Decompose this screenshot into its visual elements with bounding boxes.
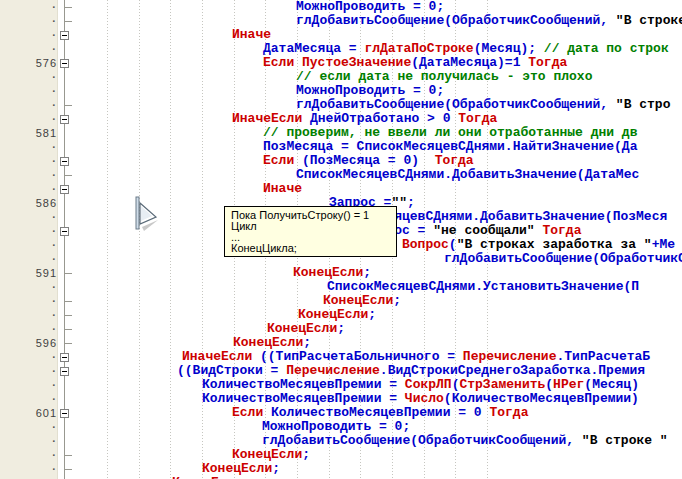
line-number: 596 [19, 336, 57, 350]
code-line[interactable]: глДобавитьСообщение(ОбработчикСообщений,… [0, 434, 682, 448]
fold-collapse-button[interactable] [60, 157, 69, 166]
keyword-token: ИначеЕсли [182, 350, 260, 364]
fold-collapse-button[interactable] [60, 367, 69, 376]
comment-token: // проверим, не ввели ли они отработанны… [263, 126, 637, 140]
code-line[interactable]: Если (ПозМесяца = 0) Тогда [0, 154, 682, 168]
identifier-token: глДобавитьСообщение(ОбработчикСообще [444, 252, 682, 266]
line-number-dot: · [19, 224, 57, 238]
line-number-dot: · [19, 70, 57, 84]
mouse-cursor [134, 196, 164, 238]
code-line[interactable]: МожноПроводить = 0; [0, 420, 682, 434]
fold-tick [64, 315, 72, 316]
line-number-dot: · [19, 28, 57, 42]
fold-tick [64, 175, 72, 176]
fold-tick [64, 273, 72, 274]
code-line[interactable]: КоличествоМесяцевПремии = СокрЛП(СтрЗаме… [0, 378, 682, 392]
keyword-token: глДатаПоСтроке [364, 42, 473, 56]
line-number: 591 [19, 266, 57, 280]
line-number-dot: · [19, 462, 57, 476]
code-line[interactable]: // проверим, не ввели ли они отработанны… [0, 126, 682, 140]
code-line[interactable]: МожноПроводить = 0; [0, 84, 682, 98]
line-number-dot: · [19, 168, 57, 182]
identifier-token: МожноПроводить = 0; [262, 420, 410, 434]
code-line[interactable]: КоличествоМесяцевПремии = Число(Количест… [0, 392, 682, 406]
keyword-token: Тогда [489, 406, 528, 420]
code-line[interactable]: Иначе [0, 28, 682, 42]
identifier-token: глДобавитьСообщение(ОбработчикСообщений, [262, 434, 582, 448]
identifier-token: МожноПроводить = 0; [296, 0, 444, 14]
code-line[interactable]: КонецЕсли; [0, 462, 682, 476]
identifier-token: ПозМесяца = СписокМесяцевСДнями.НайтиЗна… [263, 140, 637, 154]
string-token: "не сообщали" [433, 224, 534, 238]
line-number-dot: · [19, 112, 57, 126]
fold-tick [64, 469, 72, 470]
fold-collapse-button[interactable] [60, 31, 69, 40]
code-line[interactable]: ИначеЕсли ((ТипРасчетаБольничного = Пере… [0, 350, 682, 364]
identifier-token: глДобавитьСообщение(ОбработчикСообщений, [296, 98, 616, 112]
code-line[interactable]: СписокМесяцевСДнями.ДобавитьЗначение(Дат… [0, 168, 682, 182]
tooltip-line-3: КонецЦикла; [231, 243, 390, 254]
keyword-token: Перечисление [463, 350, 557, 364]
keyword-token: НРег [553, 378, 584, 392]
line-number: 581 [19, 126, 57, 140]
identifier-token: ; [393, 294, 401, 308]
keyword-token: Тогда [542, 224, 581, 238]
keyword-token: Если [232, 406, 271, 420]
fold-collapse-button[interactable] [60, 353, 69, 362]
code-line[interactable]: КонецЕсли; [0, 336, 682, 350]
keyword-token: КонецЕсли [233, 336, 303, 350]
code-line[interactable]: ПозМесяца = СписокМесяцевСДнями.НайтиЗна… [0, 140, 682, 154]
comment-token: // дата по строк [544, 42, 669, 56]
code-line[interactable]: Если ПустоеЗначение(ДатаМесяца)=1 Тогда [0, 56, 682, 70]
fold-collapse-button[interactable] [60, 59, 69, 68]
code-tooltip: Пока ПолучитьСтроку() = 1 Цикл ... Конец… [224, 206, 397, 257]
code-line[interactable]: глДобавитьСообщение(ОбработчикСообщений,… [0, 14, 682, 28]
fold-tick [64, 7, 72, 8]
keyword-token: КонецЕсли [293, 266, 363, 280]
code-line[interactable]: СписокМесяцевСДнями.УстановитьЗначение(П [0, 280, 682, 294]
identifier-token: ; [303, 336, 311, 350]
line-number-dot: · [19, 210, 57, 224]
fold-tick [64, 301, 72, 302]
line-number-dot: · [19, 378, 57, 392]
code-line[interactable]: ИначеЕсли ДнейОтработано > 0 Тогда [0, 112, 682, 126]
fold-collapse-button[interactable] [60, 115, 69, 124]
code-line[interactable]: ДатаМесяца = глДатаПоСтроке(Месяц); // д… [0, 42, 682, 56]
code-line[interactable]: КонецЕсли; [0, 308, 682, 322]
keyword-token: Иначе [232, 28, 271, 42]
line-number-dot: · [19, 322, 57, 336]
code-line[interactable]: МожноПроводить = 0; [0, 0, 682, 14]
keyword-token: Тогда [458, 112, 497, 126]
line-number-dot: · [19, 252, 57, 266]
fold-tick [64, 455, 72, 456]
identifier-token: КоличествоМесяцевПремии = [202, 392, 405, 406]
code-line[interactable]: КонецЕсли; [0, 322, 682, 336]
keyword-token: КонецЕсли [298, 308, 368, 322]
identifier-token: ДнейОтработано > 0 [310, 112, 458, 126]
fold-tick [64, 343, 72, 344]
code-line[interactable]: КонецЕсли; [0, 266, 682, 280]
string-token: "В строках заработка за " [457, 238, 652, 252]
identifier-token: глДобавитьСообщение(ОбработчикСообщений, [296, 14, 616, 28]
identifier-token: СписокМесяцевСДнями.ДобавитьЗначение(Дат… [296, 168, 639, 182]
line-number-dot: · [19, 42, 57, 56]
code-line[interactable]: Если КоличествоМесяцевПремии = 0 Тогда [0, 406, 682, 420]
code-line[interactable]: глДобавитьСообщение(ОбработчикСообщений,… [0, 98, 682, 112]
code-line[interactable]: Иначе [0, 182, 682, 196]
identifier-token: (Месяц) [584, 378, 639, 392]
fold-collapse-button[interactable] [60, 409, 69, 418]
fold-tick [64, 329, 72, 330]
keyword-token: ИначеЕсли [232, 112, 310, 126]
identifier-token: ; [368, 308, 376, 322]
code-editor[interactable]: МожноПроводить = 0;глДобавитьСообщение(О… [0, 0, 682, 479]
line-number-dot: · [19, 182, 57, 196]
code-line[interactable]: КонецЕсли; [0, 448, 682, 462]
keyword-token: Тогда [528, 56, 567, 70]
fold-collapse-button[interactable] [60, 185, 69, 194]
fold-collapse-button[interactable] [60, 227, 69, 236]
keyword-token: СокрЛП [405, 378, 452, 392]
code-line[interactable]: ((ВидСтроки = Перечисление.ВидСтрокиСред… [0, 364, 682, 378]
line-number-dot: · [19, 0, 57, 14]
code-line[interactable]: // если дата не получилась - это плохо [0, 70, 682, 84]
code-line[interactable]: КонецЕсли; [0, 294, 682, 308]
